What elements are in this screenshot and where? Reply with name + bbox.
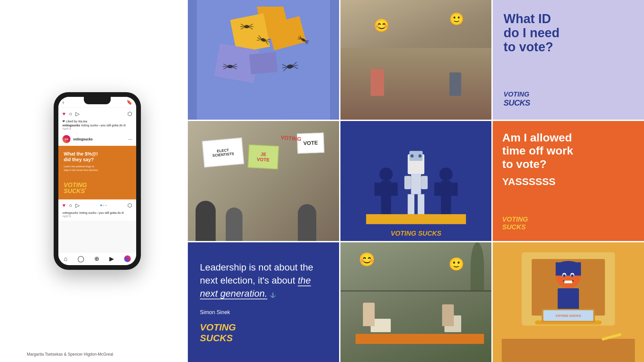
svg-rect-48 xyxy=(404,176,411,189)
share-icon[interactable]: ▷ xyxy=(75,111,79,117)
svg-rect-54 xyxy=(374,183,381,196)
grid-item-5[interactable]: VOTING SUCKS xyxy=(340,121,492,241)
create-nav-icon[interactable]: ⊕ xyxy=(94,255,99,262)
svg-rect-53 xyxy=(381,181,391,201)
svg-point-27 xyxy=(227,65,233,68)
liked-by: ❤ Liked by rita.tea xyxy=(62,120,132,123)
grid-item-1[interactable] xyxy=(188,0,339,120)
post-date: April 9 xyxy=(62,127,132,130)
quote-author: Simon Sinek xyxy=(200,309,327,315)
attribution-text: Margarita Tsetsekas & Spencer Higdon-McG… xyxy=(27,352,113,357)
post-username[interactable]: votingsucks xyxy=(62,124,80,127)
quote-brand: VOTINGSUCKS xyxy=(200,322,327,344)
save-icon[interactable]: ⬡ xyxy=(127,111,132,117)
emoji-face-2: 🙂 xyxy=(449,12,464,26)
grid-6-brand: VOTINGSUCKS xyxy=(502,216,635,231)
post-meta-bottom: votingsucks Voting sucks—you still gotta… xyxy=(58,211,136,221)
phone-mockup: ‹ Posts 🔖 ♥ ○ ▷ ⬡ ❤ Liked by rita.tea vo… xyxy=(27,92,168,270)
dot-1 xyxy=(103,205,104,206)
post-meta: ❤ Liked by rita.tea votingsucks Voting s… xyxy=(58,120,136,132)
avatar[interactable]: VS xyxy=(62,135,70,143)
dot-2 xyxy=(105,205,107,206)
svg-rect-59 xyxy=(441,181,451,201)
bookmark-icon[interactable]: 🔖 xyxy=(126,100,132,105)
svg-rect-62 xyxy=(441,201,446,215)
grid-item-7[interactable]: Leadership is not about the next electio… xyxy=(188,242,339,362)
actions-left: ♥ ○ ▷ xyxy=(62,202,79,208)
post-caption: votingsucks Voting sucks—you still gotta… xyxy=(62,124,132,127)
svg-rect-81 xyxy=(502,339,635,362)
svg-rect-50 xyxy=(408,194,414,215)
phone-frame: ‹ Posts 🔖 ♥ ○ ▷ ⬡ ❤ Liked by rita.tea vo… xyxy=(54,92,141,270)
carousel-indicator xyxy=(100,204,107,206)
grid-6-title: Am I allowedtime off workto vote? xyxy=(502,131,635,170)
svg-rect-49 xyxy=(421,176,428,189)
voting-sucks-logo: VOTINGSUCKS* xyxy=(64,182,131,194)
svg-rect-70 xyxy=(556,262,581,276)
post-caption-2: votingsucks Voting sucks—you still gotta… xyxy=(62,211,132,215)
emoji-face-1: 😊 xyxy=(374,18,389,33)
back-arrow-icon[interactable]: ‹ xyxy=(62,100,64,105)
grid-item-8[interactable]: 😊 🙂 xyxy=(340,242,492,362)
grid-item-3[interactable]: What IDdo I needto vote? VOTINGSUCKS xyxy=(493,0,644,120)
post-main-image: What the $%@!did they say? Learn the pol… xyxy=(58,146,136,199)
home-nav-icon[interactable]: ⌂ xyxy=(64,255,67,262)
post-sub-text: Learn the political lingo tostay in the … xyxy=(64,165,131,172)
like-icon[interactable]: ♥ xyxy=(62,202,66,208)
svg-point-6 xyxy=(244,25,250,28)
heart-icon[interactable]: ♥ xyxy=(62,111,66,117)
svg-point-58 xyxy=(439,168,452,181)
emoji-face-3: 😊 xyxy=(359,252,375,267)
user-info: VS votingsucks xyxy=(62,135,93,143)
svg-rect-51 xyxy=(418,194,424,215)
svg-point-74 xyxy=(571,274,574,277)
username-2[interactable]: votingsucks xyxy=(62,211,78,215)
svg-rect-75 xyxy=(565,281,573,283)
comment-icon-2[interactable]: ○ xyxy=(69,202,72,208)
grid-3-title: What IDdo I needto vote? xyxy=(503,12,633,54)
svg-rect-60 xyxy=(434,183,441,196)
svg-point-52 xyxy=(379,168,393,181)
instagram-nav: ⌂ ◯ ⊕ ▶ xyxy=(58,252,136,265)
post-card: VS votingsucks ··· What the $%@!did they… xyxy=(58,132,136,221)
more-options-icon[interactable]: ··· xyxy=(128,136,132,142)
svg-rect-56 xyxy=(381,201,386,215)
dot-active xyxy=(100,204,102,206)
grid-item-9[interactable]: VOTING SUCKS xyxy=(493,242,644,362)
svg-rect-5 xyxy=(249,52,277,74)
card-username[interactable]: votingsucks xyxy=(73,137,93,141)
bookmark-icon-2[interactable]: ⬡ xyxy=(127,202,132,208)
caption-text: Voting sucks—you still gotta do it! xyxy=(81,124,126,127)
profile-nav-avatar[interactable] xyxy=(124,255,131,262)
post-date-2: April 9 xyxy=(62,215,132,218)
svg-rect-55 xyxy=(391,183,398,196)
svg-point-46 xyxy=(418,155,422,158)
grid-item-4[interactable]: ELECT SCIENTISTS JE VOTE VOTE VOTING xyxy=(188,121,339,241)
phone-notch xyxy=(84,97,111,104)
svg-point-73 xyxy=(563,274,566,277)
grid-item-2[interactable]: 😊 🙂 xyxy=(340,0,492,120)
post-actions-bottom: ♥ ○ ▷ ⬡ xyxy=(58,199,136,211)
share-icon-2[interactable]: ▷ xyxy=(75,202,79,208)
quote-card: Leadership is not about the next electio… xyxy=(188,242,339,362)
svg-rect-63 xyxy=(446,201,451,215)
quote-text: Leadership is not about the next electio… xyxy=(200,261,327,300)
phone-screen: ‹ Posts 🔖 ♥ ○ ▷ ⬡ ❤ Liked by rita.tea vo… xyxy=(58,97,136,265)
grid-6-answer: YASSSSSS xyxy=(502,176,635,187)
grid-3-brand: VOTINGSUCKS xyxy=(503,90,633,108)
svg-point-45 xyxy=(410,155,414,158)
post-main-text: What the $%@!did they say? xyxy=(64,151,131,163)
grid-item-6[interactable]: Am I allowedtime off workto vote? YASSSS… xyxy=(493,121,644,241)
comment-icon[interactable]: ○ xyxy=(69,111,72,117)
svg-rect-47 xyxy=(411,174,421,194)
post-card-header: VS votingsucks ··· xyxy=(58,132,136,146)
svg-text:VOTING SUCKS: VOTING SUCKS xyxy=(390,230,441,237)
post-actions-top: ♥ ○ ▷ ⬡ xyxy=(58,108,136,120)
svg-text:VOTING SUCKS: VOTING SUCKS xyxy=(556,314,581,317)
quote-highlight: the next generation. xyxy=(200,275,311,299)
svg-rect-57 xyxy=(386,201,391,215)
caption-2: Voting sucks—you still gotta do it! xyxy=(79,211,124,215)
reels-nav-icon[interactable]: ▶ xyxy=(109,255,114,262)
instagram-grid: 😊 🙂 What IDdo I needto vote? VOTINGSUCKS… xyxy=(188,0,644,362)
search-nav-icon[interactable]: ◯ xyxy=(77,255,84,262)
